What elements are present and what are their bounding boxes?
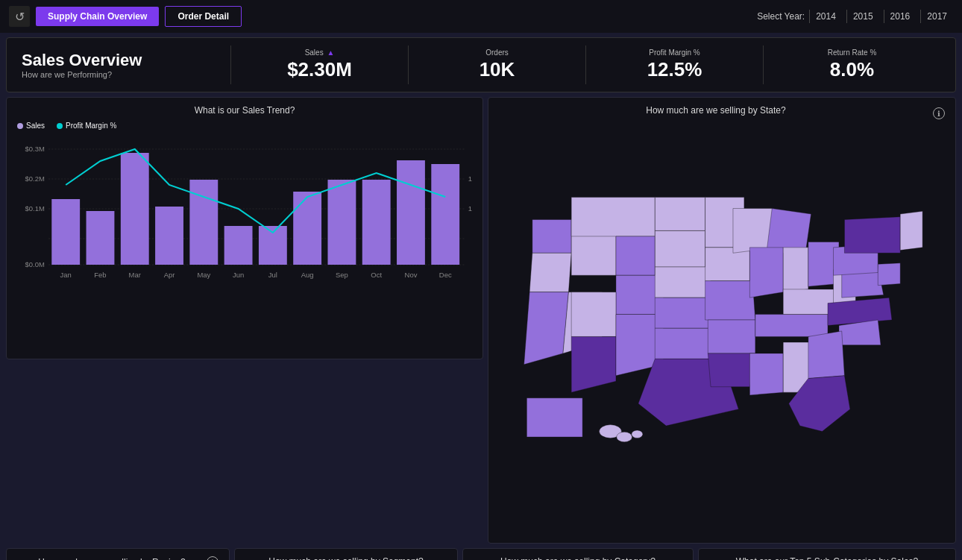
metric-orders: Orders 10K [408,45,585,84]
summary-heading: Sales Overview [22,51,230,70]
year-selector-label: Select Year: [757,11,805,22]
us-map-svg [499,122,945,529]
metric-sales-value: $2.30M [240,58,399,81]
svg-marker-76 [526,398,582,437]
svg-marker-35 [532,219,571,253]
svg-text:$0.2M: $0.2M [25,175,45,183]
metric-profit-margin-value: 12.5% [595,58,754,81]
svg-text:Apr: Apr [164,271,175,279]
svg-marker-59 [749,248,783,298]
svg-text:$0.0M: $0.0M [25,261,45,268]
sales-trend-title: What is our Sales Trend? [17,105,472,116]
svg-marker-62 [749,353,783,395]
svg-text:Dec: Dec [439,271,452,279]
metric-return-rate-label: Return Rate % [773,48,931,57]
us-map-container [499,122,945,529]
svg-marker-75 [878,263,900,286]
metric-profit-margin: Profit Margin % 12.5% [585,45,763,84]
year-2014[interactable]: 2014 [809,10,842,23]
svg-rect-11 [51,199,80,265]
svg-text:Jan: Jan [60,271,72,279]
metric-orders-value: 10K [418,58,576,81]
year-2017[interactable]: 2017 [920,10,953,23]
metric-return-rate: Return Rate % 8.0% [763,45,940,84]
svg-marker-64 [755,315,828,337]
svg-text:10%: 10% [468,205,472,213]
svg-marker-47 [655,230,705,267]
svg-rect-22 [431,164,459,265]
svg-text:Sep: Sep [336,271,348,279]
svg-rect-18 [293,192,321,265]
main-grid: What is our Sales Trend? Sales Profit Ma… [0,97,962,548]
svg-text:$0.1M: $0.1M [25,205,45,213]
svg-point-79 [632,430,643,438]
svg-marker-37 [524,292,569,365]
top5-panel: What are our Top 5 Sub-Categories by Sal… [698,548,956,560]
sales-trend-panel: What is our Sales Trend? Sales Profit Ma… [6,97,483,359]
metric-return-rate-value: 8.0% [773,58,931,81]
svg-rect-21 [397,160,425,265]
svg-marker-44 [571,336,616,392]
svg-rect-13 [121,153,149,265]
svg-marker-73 [844,217,900,254]
nav-left: ↺ Supply Chain Overview Order Detail [9,6,242,27]
svg-rect-20 [362,180,391,265]
tab-order-detail[interactable]: Order Detail [165,6,242,27]
sales-trend-legend: Sales Profit Margin % [17,122,472,130]
summary-metrics: Sales ▲ $2.30M Orders 10K Profit Margin … [230,45,940,84]
metric-sales: Sales ▲ $2.30M [230,45,408,84]
svg-point-78 [617,432,632,441]
summary-subtitle: How are we Performing? [22,70,230,79]
category-title: How much are we selling by Category? [474,556,682,560]
svg-rect-14 [155,207,183,265]
sales-trend-svg: $0.3M $0.2M $0.1M $0.0M 15% 10% [17,134,472,283]
svg-marker-74 [900,211,922,250]
category-panel: How much are we selling by Category? Off… [462,548,694,560]
metric-profit-margin-label: Profit Margin % [595,48,754,57]
svg-marker-70 [808,331,845,379]
segment-panel: How much are we selling by Segment? Cons… [234,548,458,560]
svg-rect-16 [224,226,253,265]
svg-marker-43 [571,292,616,337]
sales-trend-chart: $0.3M $0.2M $0.1M $0.0M 15% 10% [17,134,472,283]
svg-marker-58 [767,209,811,254]
svg-marker-56 [708,353,755,387]
svg-marker-60 [783,248,808,292]
svg-marker-48 [655,267,711,298]
map-info-icon[interactable]: ℹ [933,107,945,119]
svg-marker-54 [705,281,755,320]
year-selector: Select Year: 2014 2015 2016 2017 [757,10,953,23]
svg-text:Aug: Aug [301,271,314,279]
summary-title-area: Sales Overview How are we Performing? [22,51,230,79]
svg-text:Jun: Jun [233,271,244,279]
top5-title: What are our Top 5 Sub-Categories by Sal… [709,556,945,560]
top-nav: ↺ Supply Chain Overview Order Detail Sel… [0,0,962,33]
metric-sales-label: Sales ▲ [240,48,399,57]
svg-rect-15 [189,180,218,265]
svg-marker-41 [616,236,655,275]
metric-orders-label: Orders [418,48,576,57]
svg-rect-19 [327,180,356,265]
legend-sales: Sales [17,122,45,130]
svg-marker-46 [655,198,705,231]
map-panel: How much are we selling by State? ℹ [488,97,956,544]
svg-marker-55 [708,320,755,353]
year-2015[interactable]: 2015 [846,10,879,23]
bottom-row: How much are we selling by Region? ℹ Wes… [0,548,962,560]
region-panel: How much are we selling by Region? ℹ Wes… [6,548,230,560]
svg-marker-40 [571,198,655,236]
tab-supply-chain[interactable]: Supply Chain Overview [36,7,159,26]
svg-text:15%: 15% [468,175,472,183]
svg-marker-53 [705,248,750,281]
segment-title: How much are we selling by Segment? [245,556,447,560]
back-button[interactable]: ↺ [9,6,30,27]
region-info-icon[interactable]: ℹ [207,556,219,560]
svg-marker-36 [529,253,571,292]
year-2016[interactable]: 2016 [884,10,917,23]
svg-marker-49 [655,298,713,328]
svg-text:Jul: Jul [268,271,277,279]
region-title: How much are we selling by Region? [17,557,207,560]
svg-text:May: May [197,271,210,279]
svg-rect-12 [87,211,115,265]
map-title: How much are we selling by State? [499,105,933,116]
